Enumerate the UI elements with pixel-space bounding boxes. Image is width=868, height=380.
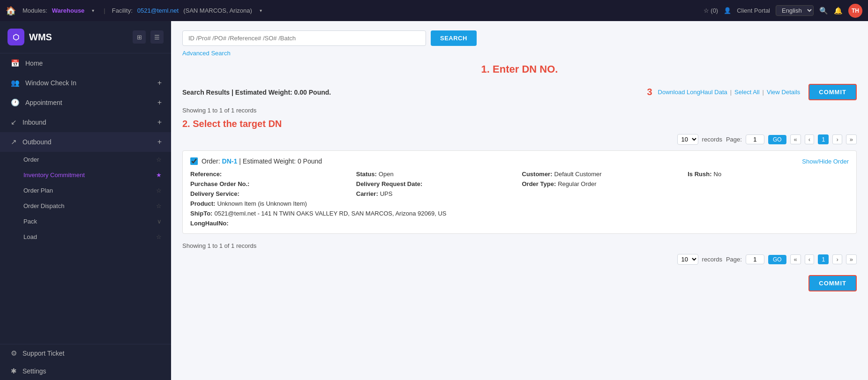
facility-value[interactable]: 0521@teml.net xyxy=(137,7,179,14)
records-per-page-select-top[interactable]: 10 25 50 xyxy=(677,134,698,145)
commit-button-top[interactable]: COMMIT xyxy=(808,84,857,100)
order-plan-star-icon[interactable]: ☆ xyxy=(156,187,162,194)
order-type-label: Order Type: xyxy=(522,180,556,187)
commit-button-bottom[interactable]: COMMIT xyxy=(808,275,857,291)
sidebar-subitem-order-dispatch[interactable]: Order Dispatch ☆ xyxy=(0,198,171,214)
po-label: Purchase Order No.: xyxy=(190,180,249,187)
user-avatar[interactable]: TH xyxy=(848,4,862,18)
facility-dropdown-icon[interactable]: ▾ xyxy=(260,8,262,13)
language-select[interactable]: English xyxy=(776,5,814,16)
page-label-bottom: Page: xyxy=(726,256,742,263)
view-details-link[interactable]: View Details xyxy=(767,89,800,96)
sidebar-subitem-inventory-commitment[interactable]: Inventory Commitment ★ xyxy=(0,167,171,183)
settings-icon: ✱ xyxy=(11,367,17,375)
order-product-field: Product: Unknown Item (is Unknown Item) xyxy=(190,200,849,207)
order-weight-separator: | Estimated Weight: xyxy=(239,157,296,165)
records-per-page-select-bottom[interactable]: 10 25 50 xyxy=(677,254,698,265)
next-page-btn-bottom[interactable]: › xyxy=(832,254,842,264)
modules-dropdown-icon[interactable]: ▾ xyxy=(92,8,94,13)
prev-page-btn-top[interactable]: ‹ xyxy=(805,134,814,144)
sidebar-item-settings[interactable]: ✱ Settings xyxy=(0,362,171,380)
modules-value[interactable]: Warehouse xyxy=(52,7,85,14)
load-subnav-label: Load xyxy=(23,233,37,240)
order-star-icon[interactable]: ☆ xyxy=(156,156,162,163)
pagination-row-top: 10 25 50 records Page: GO « ‹ 1 › » xyxy=(182,134,857,145)
inbound-plus-icon[interactable]: + xyxy=(157,118,162,127)
sidebar-inbound-label: Inbound xyxy=(22,119,152,126)
go-button-bottom[interactable]: GO xyxy=(768,255,786,264)
window-checkin-icon: 👥 xyxy=(11,79,20,87)
sidebar-home-label: Home xyxy=(25,60,162,67)
client-portal-link[interactable]: Client Portal xyxy=(737,7,770,14)
pack-chevron-icon[interactable]: ∨ xyxy=(157,218,162,225)
portal-icon[interactable]: 👤 xyxy=(724,7,731,14)
order-details-grid: Reference: Status: Open Customer: Defaul… xyxy=(190,171,849,227)
settings-label: Settings xyxy=(22,367,162,375)
carrier-label: Carrier: xyxy=(356,190,378,197)
sidebar-outbound-label: Outbound xyxy=(22,138,152,146)
home-icon[interactable]: 🏠 xyxy=(6,6,16,16)
order-delivery-date-field: Delivery Request Date: xyxy=(356,180,517,187)
first-page-btn-top[interactable]: « xyxy=(790,134,801,144)
page-input-top[interactable] xyxy=(746,134,764,144)
load-star-icon[interactable]: ☆ xyxy=(156,233,162,240)
inventory-commitment-star-icon[interactable]: ★ xyxy=(156,171,162,179)
sidebar-item-inbound[interactable]: ↙ Inbound + xyxy=(0,112,171,132)
results-section: Search Results | Estimated Weight: 0.00 … xyxy=(182,84,857,100)
top-nav-right: ☆ (0) 👤 Client Portal English 🔍 🔔 TH xyxy=(703,4,862,18)
shipto-value: 0521@teml.net - 141 N TWIN OAKS VALLEY R… xyxy=(214,210,446,217)
appointment-plus-icon[interactable]: + xyxy=(157,98,162,107)
sidebar-subitem-order[interactable]: Order ☆ xyxy=(0,152,171,167)
menu-icon[interactable]: ☰ xyxy=(150,30,164,44)
page-input-bottom[interactable] xyxy=(746,254,764,264)
sidebar-item-window-checkin[interactable]: 👥 Window Check In + xyxy=(0,73,171,93)
step3-label: 3 xyxy=(647,87,652,97)
show-hide-order-link[interactable]: Show/Hide Order xyxy=(802,158,849,165)
order-dispatch-subnav-label: Order Dispatch xyxy=(23,202,64,209)
order-checkbox[interactable] xyxy=(190,157,198,165)
prev-page-btn-bottom[interactable]: ‹ xyxy=(805,254,814,264)
sidebar-header: ⬡ WMS ⊞ ☰ xyxy=(0,21,171,53)
sidebar-item-outbound[interactable]: ↗ Outbound + xyxy=(0,132,171,152)
sidebar-item-home[interactable]: 📅 Home xyxy=(0,53,171,73)
advanced-search-link[interactable]: Advanced Search xyxy=(182,50,231,57)
sidebar-subitem-load[interactable]: Load ☆ xyxy=(0,229,171,245)
next-page-btn-top[interactable]: › xyxy=(832,134,842,144)
order-dn-link[interactable]: DN-1 xyxy=(222,157,238,165)
go-button-top[interactable]: GO xyxy=(768,135,786,144)
sidebar: ⬡ WMS ⊞ ☰ 📅 Home 👥 Window Check In + 🕐 A… xyxy=(0,21,171,380)
sidebar-subitem-pack[interactable]: Pack ∨ xyxy=(0,214,171,229)
customer-value: Default Customer xyxy=(554,171,602,178)
order-po-field: Purchase Order No.: xyxy=(190,180,352,187)
first-page-btn-bottom[interactable]: « xyxy=(790,254,801,264)
search-input[interactable] xyxy=(182,30,426,46)
sidebar-appointment-label: Appointment xyxy=(25,99,152,106)
search-button[interactable]: SEARCH xyxy=(431,30,477,46)
last-page-btn-top[interactable]: » xyxy=(846,134,857,144)
grid-icon[interactable]: ⊞ xyxy=(133,30,146,44)
order-card: Order: DN-1 | Estimated Weight: 0 Pound … xyxy=(182,150,857,234)
download-longhaul-link[interactable]: Download LongHaul Data xyxy=(658,89,727,96)
order-delivery-service-field: Delivery Service: xyxy=(190,190,352,197)
sidebar-item-appointment[interactable]: 🕐 Appointment + xyxy=(0,93,171,112)
sidebar-subitem-order-plan[interactable]: Order Plan ☆ xyxy=(0,183,171,198)
sidebar-logo: ⬡ xyxy=(7,29,24,45)
results-header: Search Results | Estimated Weight: 0.00 … xyxy=(182,84,857,100)
favorites-icon[interactable]: ☆ (0) xyxy=(703,7,718,14)
appointment-icon: 🕐 xyxy=(11,98,20,107)
search-icon[interactable]: 🔍 xyxy=(819,7,828,15)
modules-label: Modules: xyxy=(22,7,47,14)
select-all-link[interactable]: Select All xyxy=(734,89,759,96)
current-page-btn-top[interactable]: 1 xyxy=(818,134,829,144)
status-value: Open xyxy=(379,171,394,178)
order-plan-subnav-label: Order Plan xyxy=(23,187,53,194)
notification-bell-icon[interactable]: 🔔 xyxy=(834,7,843,15)
outbound-plus-icon[interactable]: + xyxy=(157,138,162,146)
results-actions: 3 Download LongHaul Data | Select All | … xyxy=(647,84,857,100)
current-page-btn-bottom[interactable]: 1 xyxy=(818,254,829,264)
order-dispatch-star-icon[interactable]: ☆ xyxy=(156,202,162,209)
pack-subnav-label: Pack xyxy=(23,218,37,225)
window-checkin-plus-icon[interactable]: + xyxy=(157,79,162,87)
last-page-btn-bottom[interactable]: » xyxy=(846,254,857,264)
sidebar-item-support-ticket[interactable]: ⚙ Support Ticket xyxy=(0,344,171,362)
